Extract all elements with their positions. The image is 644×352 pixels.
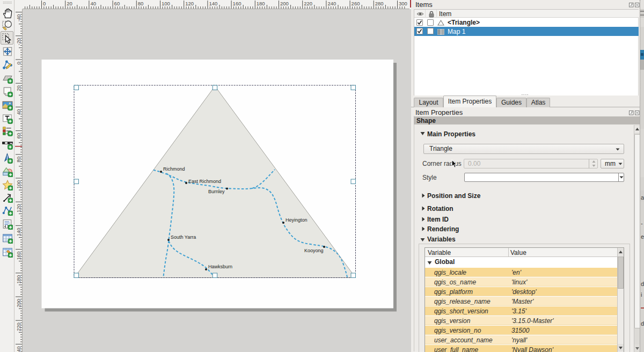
svg-text:140: 140 — [209, 1, 217, 6]
svg-text:160: 160 — [233, 1, 241, 6]
svg-text:100: 100 — [16, 180, 21, 189]
svg-text:80: 80 — [16, 157, 21, 163]
svg-text:300: 300 — [399, 1, 407, 6]
svg-text:East Richmond: East Richmond — [188, 179, 221, 184]
svg-text:20: 20 — [16, 85, 21, 91]
svg-text:200: 200 — [16, 299, 21, 307]
svg-text:20: 20 — [67, 1, 72, 6]
svg-text:South Yarra: South Yarra — [171, 234, 196, 240]
svg-text:120: 120 — [185, 1, 194, 6]
svg-text:220: 220 — [16, 322, 21, 331]
svg-text:180: 180 — [257, 1, 265, 6]
svg-text:220: 220 — [304, 1, 312, 6]
svg-text:200: 200 — [280, 1, 289, 6]
svg-text:40: 40 — [16, 109, 21, 115]
svg-text:Richmond: Richmond — [163, 166, 185, 172]
svg-text:240: 240 — [327, 1, 336, 6]
svg-text:Kooyong: Kooyong — [304, 248, 324, 253]
svg-text:100: 100 — [162, 1, 170, 6]
svg-text:Heyington: Heyington — [286, 217, 308, 223]
svg-text:160: 160 — [16, 252, 21, 260]
svg-text:40: 40 — [90, 1, 96, 6]
svg-text:260: 260 — [352, 1, 360, 6]
svg-text:60: 60 — [114, 1, 120, 6]
svg-text:120: 120 — [16, 204, 21, 212]
svg-text:240: 240 — [16, 346, 21, 352]
svg-text:140: 140 — [16, 228, 21, 236]
svg-text:80: 80 — [138, 1, 144, 6]
svg-text:0: 0 — [43, 1, 46, 6]
svg-text:-40: -40 — [16, 14, 21, 22]
svg-text:Hawksburn: Hawksburn — [208, 264, 232, 269]
svg-text:180: 180 — [16, 275, 21, 284]
svg-text:-20: -20 — [16, 38, 21, 46]
svg-text:60: 60 — [16, 133, 21, 139]
svg-text:0: 0 — [16, 62, 21, 64]
svg-text:Burnley: Burnley — [208, 189, 225, 194]
svg-text:280: 280 — [375, 1, 384, 6]
